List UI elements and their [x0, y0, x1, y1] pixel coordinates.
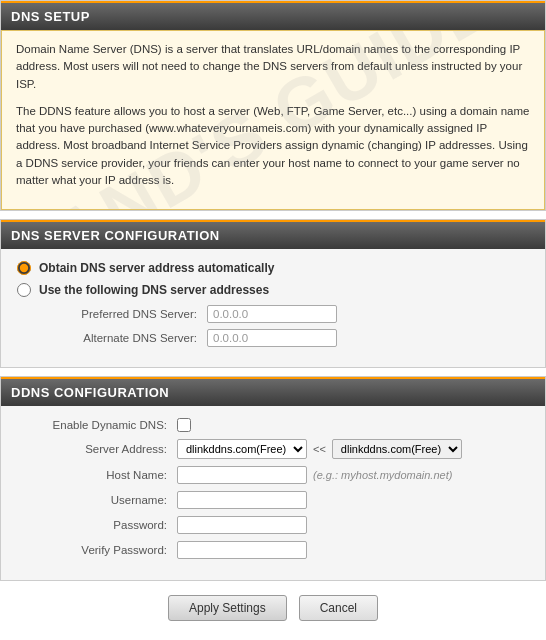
- ddns-config-title: DDNS CONFIGURATION: [11, 385, 169, 400]
- dns-para1: Domain Name Server (DNS) is a server tha…: [16, 41, 530, 93]
- alternate-dns-label: Alternate DNS Server:: [47, 332, 207, 344]
- server-address-controls: dlinkddns.com(Free) << dlinkddns.com(Fre…: [177, 439, 462, 459]
- dns-config-header: DNS SERVER CONFIGURATION: [1, 220, 545, 249]
- dns-config-title: DNS SERVER CONFIGURATION: [11, 228, 220, 243]
- server-address-select2[interactable]: dlinkddns.com(Free): [332, 439, 462, 459]
- verify-password-input[interactable]: [177, 541, 307, 559]
- cancel-button[interactable]: Cancel: [299, 595, 378, 621]
- server-address-label: Server Address:: [17, 443, 177, 455]
- username-input[interactable]: [177, 491, 307, 509]
- password-row: Password:: [17, 516, 529, 534]
- alternate-dns-input[interactable]: [207, 329, 337, 347]
- verify-password-row: Verify Password:: [17, 541, 529, 559]
- hostname-label: Host Name:: [17, 469, 177, 481]
- dns-setup-section: DNS SETUP AND'S GUIDE Domain Name Server…: [0, 0, 546, 211]
- server-address-row: Server Address: dlinkddns.com(Free) << d…: [17, 439, 529, 459]
- dns-setup-title: DNS SETUP: [11, 9, 90, 24]
- radio-manual[interactable]: [17, 283, 31, 297]
- radio-auto-label[interactable]: Obtain DNS server address automatically: [39, 261, 274, 275]
- password-input[interactable]: [177, 516, 307, 534]
- dns-fields: Preferred DNS Server: Alternate DNS Serv…: [47, 305, 529, 347]
- enable-ddns-row: Enable Dynamic DNS:: [17, 418, 529, 432]
- username-label: Username:: [17, 494, 177, 506]
- password-label: Password:: [17, 519, 177, 531]
- hostname-input[interactable]: [177, 466, 307, 484]
- hostname-row: Host Name: (e.g.: myhost.mydomain.net): [17, 466, 529, 484]
- radio-manual-row: Use the following DNS server addresses: [17, 283, 529, 297]
- enable-ddns-checkbox[interactable]: [177, 418, 191, 432]
- button-row: Apply Settings Cancel: [0, 581, 546, 631]
- server-address-select[interactable]: dlinkddns.com(Free): [177, 439, 307, 459]
- ddns-config-section: DDNS CONFIGURATION Enable Dynamic DNS: S…: [0, 376, 546, 581]
- hostname-hint: (e.g.: myhost.mydomain.net): [313, 469, 452, 481]
- radio-manual-label[interactable]: Use the following DNS server addresses: [39, 283, 269, 297]
- dns-config-section: DNS SERVER CONFIGURATION Obtain DNS serv…: [0, 219, 546, 368]
- preferred-dns-row: Preferred DNS Server:: [47, 305, 529, 323]
- ddns-config-body: Enable Dynamic DNS: Server Address: dlin…: [1, 406, 545, 580]
- dns-setup-header: DNS SETUP: [1, 1, 545, 30]
- ddns-config-header: DDNS CONFIGURATION: [1, 377, 545, 406]
- preferred-dns-label: Preferred DNS Server:: [47, 308, 207, 320]
- radio-auto-row: Obtain DNS server address automatically: [17, 261, 529, 275]
- apply-settings-button[interactable]: Apply Settings: [168, 595, 287, 621]
- alternate-dns-row: Alternate DNS Server:: [47, 329, 529, 347]
- username-row: Username:: [17, 491, 529, 509]
- double-chevron: <<: [313, 443, 326, 455]
- dns-config-body: Obtain DNS server address automatically …: [1, 249, 545, 367]
- enable-ddns-label: Enable Dynamic DNS:: [17, 419, 177, 431]
- dns-info-box: AND'S GUIDE Domain Name Server (DNS) is …: [1, 30, 545, 210]
- preferred-dns-input[interactable]: [207, 305, 337, 323]
- dns-para2: The DDNS feature allows you to host a se…: [16, 103, 530, 189]
- radio-auto[interactable]: [17, 261, 31, 275]
- verify-password-label: Verify Password:: [17, 544, 177, 556]
